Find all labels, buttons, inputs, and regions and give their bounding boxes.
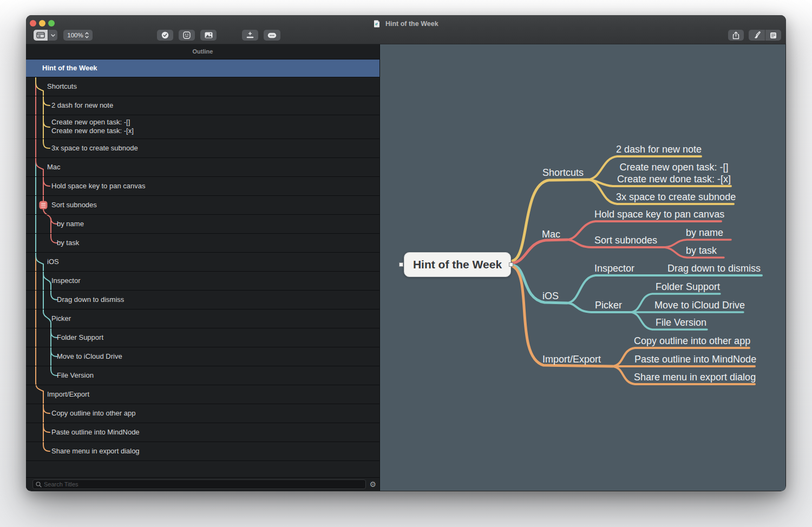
node-hold-space[interactable]: Hold space key to pan canvas: [594, 208, 724, 220]
outline-row[interactable]: 2 dash for new note: [26, 96, 379, 115]
sticker-button[interactable]: [179, 30, 195, 41]
outline-row[interactable]: by name: [26, 215, 379, 234]
document-icon: [374, 20, 380, 29]
outline-row[interactable]: Move to iCloud Drive: [26, 347, 379, 366]
outline-row[interactable]: Folder Support: [26, 328, 379, 347]
outline-search-bar: ⚙: [26, 477, 379, 491]
stepper-arrows-icon: [85, 32, 89, 38]
title-bar: Hint of the Week 100%: [26, 15, 786, 44]
root-node-right-handle[interactable]: [509, 262, 513, 267]
window-title: Hint of the Week: [26, 20, 786, 29]
outline-row-mac[interactable]: Mac: [26, 158, 379, 177]
outline-row-root[interactable]: Hint of the Week: [26, 60, 379, 77]
inspector-controls: [749, 30, 781, 41]
outline-row[interactable]: by task: [26, 234, 379, 253]
node-import-export[interactable]: Import/Export: [542, 353, 601, 365]
check-circle-icon: [161, 31, 169, 39]
node-picker[interactable]: Picker: [595, 299, 622, 311]
outline-row[interactable]: Create new open task: -[] Create new don…: [26, 115, 379, 139]
search-field[interactable]: [32, 479, 366, 489]
outline-row[interactable]: 3x space to create subnode: [26, 139, 379, 158]
node-share-menu[interactable]: Share menu in export dialog: [634, 371, 756, 383]
view-options-dropdown-button[interactable]: [48, 30, 57, 41]
outline-panel-icon: [36, 32, 45, 38]
node-copy-outline[interactable]: Copy outline into other app: [634, 335, 750, 347]
outline-rows: Hint of the Week Shortcuts 2 dash for ne…: [26, 60, 379, 477]
node-style-button[interactable]: [264, 30, 280, 41]
outline-row[interactable]: Hold space key to pan canvas: [26, 177, 379, 196]
notes-panel-button[interactable]: [765, 30, 781, 41]
outline-row-import-export[interactable]: Import/Export: [26, 385, 379, 404]
format-button[interactable]: [749, 30, 765, 41]
outline-sidebar: Outline: [26, 44, 380, 491]
node-drag-down[interactable]: Drag down to dismiss: [667, 262, 761, 274]
node-ios[interactable]: iOS: [542, 290, 559, 302]
outline-row[interactable]: Drag down to dismiss: [26, 291, 379, 309]
node-sort-subnodes[interactable]: Sort subnodes: [594, 234, 657, 246]
node-create-tasks[interactable]: Create new open task: -[] Create new don…: [617, 161, 731, 185]
root-node[interactable]: Hint of the Week: [404, 252, 511, 277]
image-icon: [205, 32, 213, 38]
outline-row[interactable]: Paste outline into MindNode: [26, 423, 379, 442]
task-button[interactable]: [157, 30, 173, 41]
outline-row-ios[interactable]: iOS: [26, 253, 379, 272]
root-node-left-handle[interactable]: [399, 262, 403, 267]
outline-row-picker[interactable]: Picker: [26, 309, 379, 328]
node-by-name[interactable]: by name: [686, 227, 723, 239]
outline-row[interactable]: Copy outline into other app: [26, 404, 379, 423]
node-paste-outline[interactable]: Paste outline into MindNode: [634, 353, 756, 365]
share-icon: [732, 31, 739, 39]
sidebar-toggle-control: [34, 30, 57, 41]
node-2-dash[interactable]: 2 dash for new note: [616, 143, 702, 155]
gear-icon[interactable]: ⚙: [369, 479, 376, 490]
outline-row[interactable]: Inspector: [26, 272, 379, 291]
node-3x-space[interactable]: 3x space to create subnode: [616, 191, 736, 203]
outline-panel-toggle-button[interactable]: [34, 30, 48, 41]
notes-icon: [770, 32, 777, 39]
node-folder-support[interactable]: Folder Support: [656, 281, 720, 293]
add-node-button[interactable]: [242, 30, 258, 41]
node-by-task[interactable]: by task: [686, 245, 717, 256]
mindnode-window: Hint of the Week 100%: [26, 15, 786, 491]
zoom-level-value: 100%: [67, 32, 83, 38]
node-shortcuts[interactable]: Shortcuts: [542, 167, 584, 179]
node-move-icloud[interactable]: Move to iCloud Drive: [654, 299, 745, 311]
node-mac[interactable]: Mac: [542, 228, 560, 240]
node-plus-icon: [246, 31, 254, 39]
paintbrush-icon: [754, 31, 761, 39]
chevron-down-icon: [51, 34, 55, 37]
outline-header: Outline: [26, 44, 379, 60]
zoom-stepper[interactable]: 100%: [63, 30, 93, 41]
window-title-text: Hint of the Week: [385, 20, 438, 28]
outline-row[interactable]: File Version: [26, 366, 379, 385]
node-inspector[interactable]: Inspector: [594, 262, 634, 274]
outline-row[interactable]: Share menu in export dialog: [26, 442, 379, 461]
outline-header-label: Outline: [193, 48, 213, 55]
outline-row-sort-subnodes[interactable]: Sort subnodes: [26, 196, 379, 215]
media-button[interactable]: [200, 30, 217, 41]
mindmap-canvas[interactable]: Shortcuts 2 dash for new note Create new…: [380, 44, 785, 491]
search-icon: [36, 482, 42, 488]
node-file-version[interactable]: File Version: [656, 317, 706, 328]
more-pill-icon: [267, 32, 277, 38]
sticker-smiley-icon: [183, 31, 191, 39]
outline-row-shortcuts[interactable]: Shortcuts: [26, 77, 379, 96]
search-input[interactable]: [44, 481, 363, 488]
share-button[interactable]: [728, 30, 744, 41]
outline-row-label: Hint of the Week: [26, 64, 97, 73]
